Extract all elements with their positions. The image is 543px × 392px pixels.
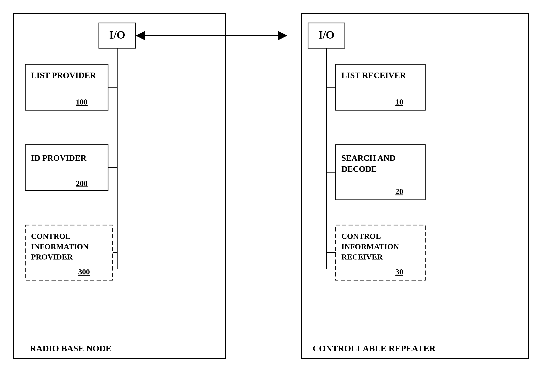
control-info-provider-text1: CONTROL — [31, 232, 71, 240]
list-provider-text: LIST PROVIDER — [31, 71, 96, 80]
control-info-receiver-text3: RECEIVER — [341, 253, 383, 261]
control-info-provider-ref: 300 — [78, 268, 90, 276]
search-decode-ref: 20 — [396, 187, 403, 196]
list-receiver-ref: 10 — [396, 98, 403, 106]
diagram-svg: I/O LIST PROVIDER 100 ID PROVIDER 200 CO… — [0, 0, 543, 392]
search-decode-text2: DECODE — [341, 164, 377, 174]
control-info-provider-text3: PROVIDER — [31, 253, 73, 261]
id-provider-ref: 200 — [76, 179, 88, 188]
id-provider-box — [25, 145, 108, 191]
radio-base-node-label: RADIO BASE NODE — [30, 343, 112, 353]
control-info-receiver-ref: 30 — [396, 268, 403, 276]
search-decode-text1: SEARCH AND — [341, 153, 396, 163]
controllable-repeater-label: CONTROLLABLE REPEATER — [313, 343, 436, 353]
left-io-label: I/O — [109, 29, 125, 41]
control-info-receiver-text2: INFORMATION — [341, 242, 399, 251]
list-provider-ref: 100 — [76, 98, 88, 106]
control-info-provider-text2: INFORMATION — [31, 242, 89, 251]
control-info-receiver-text1: CONTROL — [341, 232, 381, 240]
right-arrowhead — [278, 31, 287, 40]
right-io-label: I/O — [318, 29, 334, 41]
id-provider-text: ID PROVIDER — [31, 153, 87, 163]
list-receiver-text: LIST RECEIVER — [341, 71, 406, 80]
